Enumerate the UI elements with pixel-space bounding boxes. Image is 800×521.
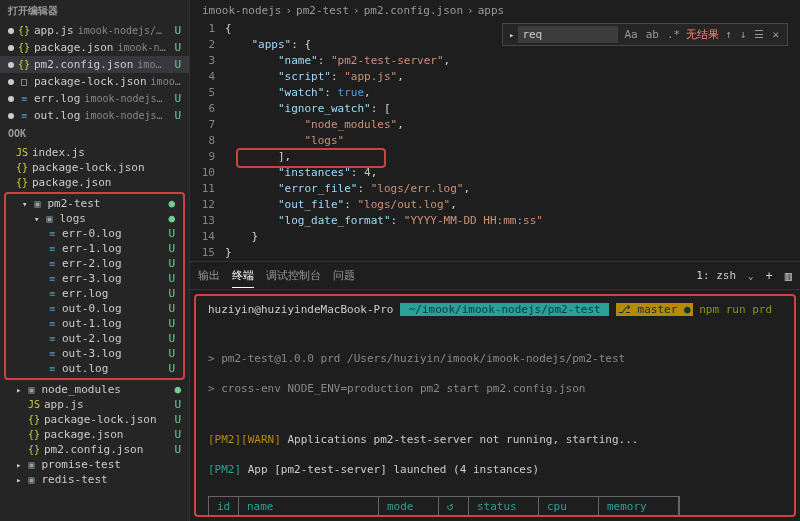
file-name: err.log [34, 92, 80, 105]
breadcrumb-segment[interactable]: imook-nodejs [202, 4, 281, 17]
tree-item[interactable]: {} pm2.config.json U [0, 442, 189, 457]
log-icon: ≡ [46, 288, 58, 300]
log-icon: ≡ [46, 318, 58, 330]
file-path: imook-nodejs/pm2-test/... [84, 93, 166, 104]
open-editor-item[interactable]: ≡ err.log imook-nodejs/pm2-test/... U [0, 90, 189, 107]
find-regex-icon[interactable]: .* [665, 28, 682, 41]
git-status-badge: U [164, 332, 175, 345]
json-icon: {} [28, 414, 40, 426]
breadcrumb-segment[interactable]: apps [478, 4, 505, 17]
find-prev-icon[interactable]: ↑ [723, 28, 734, 41]
find-widget: ▸ Aa ab .* 无结果 ↑ ↓ ☰ ✕ [502, 23, 788, 46]
open-editors-header: 打开编辑器 [0, 0, 189, 22]
find-selection-icon[interactable]: ☰ [752, 28, 766, 41]
git-status-badge: U [170, 41, 181, 54]
tree-item[interactable]: ≡ out-2.log U [6, 331, 183, 346]
open-editor-item[interactable]: {} package.json imook-nodejs/p... U [0, 39, 189, 56]
folder-icon: ▣ [25, 459, 37, 471]
tree-item[interactable]: ▾ ▣ logs ● [6, 211, 183, 226]
tree-item[interactable]: ▾ ▣ pm2-test ● [6, 196, 183, 211]
tree-item-label: err.log [62, 287, 108, 300]
editor-area: imook-nodejs›pm2-test›pm2.config.json›ap… [190, 0, 800, 521]
tree-item[interactable]: ≡ err-2.log U [6, 256, 183, 271]
find-expand-icon[interactable]: ▸ [509, 30, 514, 40]
tree-item[interactable]: {} package-lock.json [0, 160, 189, 175]
json-icon: {} [16, 162, 28, 174]
open-editor-item[interactable]: {} app.js imook-nodejs/pm2-test U [0, 22, 189, 39]
log-icon: ≡ [46, 243, 58, 255]
find-close-icon[interactable]: ✕ [770, 28, 781, 41]
tree-item[interactable]: JS app.js U [0, 397, 189, 412]
json-icon: {} [18, 59, 30, 71]
log-icon: ≡ [46, 303, 58, 315]
modified-dot-icon [8, 28, 14, 34]
git-status-badge: U [164, 227, 175, 240]
chevron-icon: ▾ [22, 199, 27, 209]
terminal-tab[interactable]: 终端 [232, 264, 254, 288]
git-status-badge: U [164, 272, 175, 285]
file-path: imook-no... [151, 76, 181, 87]
terminal-split-icon[interactable]: ▥ [785, 269, 792, 283]
tree-item-label: package.json [44, 428, 123, 441]
chevron-icon: ▸ [16, 460, 21, 470]
tree-item-label: redis-test [41, 473, 107, 486]
find-input[interactable] [518, 26, 618, 43]
tree-item-label: node_modules [41, 383, 120, 396]
tree-item-label: package.json [32, 176, 111, 189]
terminal-add-icon[interactable]: + [766, 269, 773, 283]
json-icon: {} [18, 25, 30, 37]
js-icon: JS [28, 399, 40, 411]
tree-item[interactable]: JS index.js [0, 145, 189, 160]
git-status-badge: U [164, 242, 175, 255]
open-editor-item[interactable]: {} pm2.config.json imook-nodejs... U [0, 56, 189, 73]
open-editor-item[interactable]: ≡ out.log imook-nodejs/pm2-test... U [0, 107, 189, 124]
tree-item-label: out.log [62, 362, 108, 375]
tree-item[interactable]: ≡ err-3.log U [6, 271, 183, 286]
breadcrumb[interactable]: imook-nodejs›pm2-test›pm2.config.json›ap… [190, 0, 800, 21]
terminal-selector-chevron-icon[interactable]: ⌄ [748, 271, 753, 281]
tree-item[interactable]: {} package-lock.json U [0, 412, 189, 427]
breadcrumb-segment[interactable]: pm2.config.json [364, 4, 463, 17]
git-status-badge: U [164, 317, 175, 330]
code-editor[interactable]: { "apps": { "name": "pm2-test-server", "… [225, 21, 800, 261]
tree-item[interactable]: ▸ ▣ promise-test [0, 457, 189, 472]
tree-item[interactable]: ≡ out-1.log U [6, 316, 183, 331]
file-path: imook-nodejs/pm2-test [78, 25, 167, 36]
chevron-icon: ▾ [34, 214, 39, 224]
tree-item[interactable]: ≡ out-0.log U [6, 301, 183, 316]
log-icon: ≡ [46, 363, 58, 375]
tree-item-label: out-0.log [62, 302, 122, 315]
log-icon: ≡ [46, 348, 58, 360]
tree-item[interactable]: ≡ out-3.log U [6, 346, 183, 361]
tree-item[interactable]: ≡ out.log U [6, 361, 183, 376]
tree-item[interactable]: ≡ err-0.log U [6, 226, 183, 241]
tree-item-label: out-2.log [62, 332, 122, 345]
terminal-tabs: 输出终端调试控制台问题 1: zsh ⌄ + ▥ [190, 262, 800, 290]
file-name: package-lock.json [34, 75, 147, 88]
file-name: out.log [34, 109, 80, 122]
tree-item[interactable]: ▸ ▣ redis-test [0, 472, 189, 487]
modified-dot-icon [8, 45, 14, 51]
terminal-selector[interactable]: 1: zsh [696, 269, 736, 282]
find-case-icon[interactable]: Aa [622, 28, 639, 41]
terminal-tab[interactable]: 调试控制台 [266, 264, 321, 287]
sidebar: 打开编辑器 {} app.js imook-nodejs/pm2-test U … [0, 0, 190, 521]
open-editor-item[interactable]: □ package-lock.json imook-no... [0, 73, 189, 90]
file-path: imook-nodejs... [137, 59, 166, 70]
file-path: imook-nodejs/p... [117, 42, 166, 53]
tree-item[interactable]: {} package.json [0, 175, 189, 190]
find-next-icon[interactable]: ↓ [738, 28, 749, 41]
tree-item-label: out-3.log [62, 347, 122, 360]
file-name: app.js [34, 24, 74, 37]
find-word-icon[interactable]: ab [644, 28, 661, 41]
json-icon: {} [28, 429, 40, 441]
tree-item[interactable]: {} package.json U [0, 427, 189, 442]
tree-item[interactable]: ≡ err-1.log U [6, 241, 183, 256]
breadcrumb-segment[interactable]: pm2-test [296, 4, 349, 17]
terminal-tab[interactable]: 输出 [198, 264, 220, 287]
terminal-tab[interactable]: 问题 [333, 264, 355, 287]
json-icon: {} [16, 177, 28, 189]
tree-item[interactable]: ≡ err.log U [6, 286, 183, 301]
tree-item[interactable]: ▸ ▣ node_modules ● [0, 382, 189, 397]
terminal-output[interactable]: huziyin@huziyindeMacBook-Pro ~/imook/imo… [194, 294, 796, 517]
